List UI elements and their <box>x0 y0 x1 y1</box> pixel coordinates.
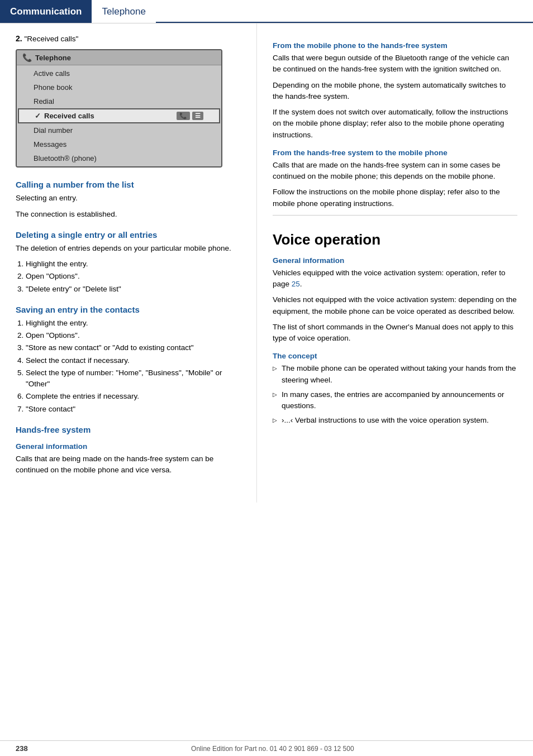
from-handsfree-p2: Follow the instructions on the mobile ph… <box>273 186 517 209</box>
geninfo2-heading: General information <box>273 256 517 265</box>
page-number: 238 <box>16 744 28 753</box>
menu-bluetooth: Bluetooth® (phone) <box>17 151 221 165</box>
step-2-number: 2. <box>16 34 22 43</box>
geninfo2-page-link[interactable]: 25 <box>292 280 300 288</box>
main-content: 2. "Received calls" 📞 Telephone Active c… <box>0 23 533 503</box>
phone-title: Telephone <box>35 54 71 62</box>
concept-heading: The concept <box>273 352 517 360</box>
deleting-p1: The deletion of entries depends on your … <box>16 243 241 254</box>
saving-step-4: Select the contact if necessary. <box>26 355 241 366</box>
saving-step-3: "Store as new contact" or "Add to existi… <box>26 342 241 353</box>
menu-received-calls: ✓ Received calls 📞 ☰ <box>18 108 220 123</box>
concept-list: The mobile phone can be operated without… <box>273 363 517 426</box>
deleting-step-3: "Delete entry" or "Delete list" <box>26 284 241 295</box>
from-mobile-p3: If the system does not switch over autom… <box>273 107 517 141</box>
page-footer: 238 Online Edition for Part no. 01 40 2 … <box>0 740 533 756</box>
phone-ui-mockup: 📞 Telephone Active calls Phone book Redi… <box>16 49 222 168</box>
section-divider <box>273 215 517 216</box>
phone-icon: 📞 <box>22 53 32 62</box>
right-column: From the mobile phone to the hands-free … <box>257 23 533 503</box>
saving-step-6: Complete the entries if necessary. <box>26 391 241 402</box>
saving-step-2: Open "Options". <box>26 330 241 341</box>
ctrl-menu-icon: ☰ <box>192 112 203 120</box>
from-handsfree-p1: Calls that are made on the hands-free sy… <box>273 160 517 183</box>
from-handsfree-heading: From the hands-free system to the mobile… <box>273 149 517 157</box>
from-mobile-heading: From the mobile phone to the hands-free … <box>273 41 517 50</box>
saving-steps-list: Highlight the entry. Open "Options". "St… <box>26 318 241 415</box>
menu-redial: Redial <box>17 94 221 108</box>
geninfo2-p3: The list of short commands in the Owner'… <box>273 322 517 344</box>
voice-operation-heading: Voice operation <box>273 229 517 248</box>
phone-controls-inline: 📞 ☰ <box>177 112 203 120</box>
calling-heading: Calling a number from the list <box>16 180 241 189</box>
from-mobile-p2: Depending on the mobile phone, the syste… <box>273 80 517 103</box>
geninfo2-p1-pre: Vehicles equipped with the voice activat… <box>273 269 505 288</box>
step-2-intro: 2. "Received calls" <box>16 34 241 45</box>
header-telephone: Telephone <box>92 0 155 23</box>
saving-step-5: Select the type of number: "Home", "Busi… <box>26 367 241 390</box>
step-2-text: "Received calls" <box>25 35 79 43</box>
geninfo2-p1-post: . <box>300 280 302 288</box>
calling-p2: The connection is established. <box>16 209 241 220</box>
phone-menu: Active calls Phone book Redial ✓ Receive… <box>17 65 221 166</box>
page-header: Communication Telephone <box>0 0 533 23</box>
geninfo-p1-left: Calls that are being made on the hands-f… <box>16 453 241 476</box>
geninfo-heading-left: General information <box>16 442 241 451</box>
deleting-step-2: Open "Options". <box>26 271 241 282</box>
calling-p1: Selecting an entry. <box>16 193 241 204</box>
geninfo2-p2: Vehicles not equipped with the voice act… <box>273 294 517 317</box>
geninfo2-p1: Vehicles equipped with the voice activat… <box>273 267 517 290</box>
saving-step-7: "Store contact" <box>26 404 241 415</box>
saving-step-1: Highlight the entry. <box>26 318 241 329</box>
menu-phone-book: Phone book <box>17 80 221 94</box>
concept-item-2: In many cases, the entries are accompani… <box>273 389 517 412</box>
header-communication: Communication <box>0 0 92 23</box>
header-line <box>156 22 533 23</box>
deleting-heading: Deleting a single entry or all entries <box>16 230 241 240</box>
footer-edition: Online Edition for Part no. 01 40 2 901 … <box>191 745 354 753</box>
saving-heading: Saving an entry in the contacts <box>16 305 241 314</box>
deleting-steps-list: Highlight the entry. Open "Options". "De… <box>26 259 241 295</box>
ctrl-phone-icon: 📞 <box>177 112 190 120</box>
concept-item-3: ›...‹ Verbal instructions to use with th… <box>273 415 517 426</box>
phone-title-bar: 📞 Telephone <box>17 50 221 65</box>
concept-item-1: The mobile phone can be operated without… <box>273 363 517 386</box>
left-column: 2. "Received calls" 📞 Telephone Active c… <box>0 23 257 503</box>
menu-active-calls: Active calls <box>17 66 221 80</box>
from-mobile-p1: Calls that were begun outside of the Blu… <box>273 52 517 75</box>
checkmark-icon: ✓ <box>35 112 41 120</box>
menu-messages: Messages <box>17 137 221 151</box>
deleting-step-1: Highlight the entry. <box>26 259 241 270</box>
handsfree-heading: Hands-free system <box>16 425 241 434</box>
menu-dial-number: Dial number <box>17 123 221 137</box>
